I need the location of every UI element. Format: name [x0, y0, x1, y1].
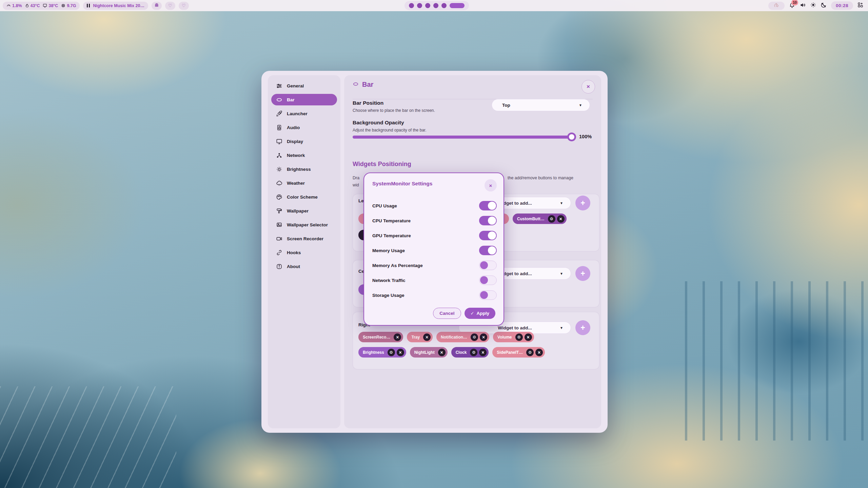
brightness-button[interactable] [810, 2, 816, 9]
dialog-close-button[interactable]: × [485, 179, 497, 191]
toggle-row: GPU Temperature [364, 228, 504, 243]
sidebar-item-label: Display [287, 139, 303, 144]
cancel-button[interactable]: Cancel [433, 308, 461, 319]
center-add-widget-button[interactable]: + [575, 266, 590, 281]
screen-recorder-icon [276, 236, 282, 242]
sidebar-item-launcher[interactable]: Launcher [271, 108, 337, 119]
check-icon: ✓ [471, 311, 474, 316]
sidebar-item-weather[interactable]: Weather [271, 177, 337, 189]
memory-usage-toggle[interactable] [479, 246, 497, 255]
widget-chip-label: Tray [411, 335, 421, 340]
notifications-button[interactable]: 10 [789, 2, 795, 9]
volume-button[interactable] [800, 2, 806, 9]
workspace-dot[interactable] [433, 3, 438, 8]
toggle-row: Storage Usage [364, 288, 504, 303]
bar-position-dropdown[interactable]: Top ▼ [492, 99, 590, 111]
workspace-dot[interactable] [417, 3, 422, 8]
dialog-title: SystemMonitor Settings [372, 181, 432, 187]
toggle-label: Storage Usage [372, 293, 405, 298]
tray-app-button[interactable] [768, 2, 785, 10]
sidebar-item-network[interactable]: Network [271, 149, 337, 161]
widget-chip[interactable]: NightLight × [410, 347, 448, 358]
widget-chip[interactable]: Tray × [407, 332, 433, 342]
add-widget-placeholder: Widget to add... [498, 325, 532, 330]
toggle-label: GPU Temperature [372, 233, 411, 238]
flame-icon [25, 3, 29, 8]
like-button[interactable]: ♡ [179, 2, 189, 10]
toggle-row: Memory Usage [364, 243, 504, 258]
workspace-dot[interactable] [425, 3, 430, 8]
widget-remove-icon[interactable]: × [535, 349, 543, 356]
wallpaper-railing [685, 281, 868, 441]
sidebar-item-about[interactable]: About [271, 261, 337, 272]
background-opacity-label: Background Opacity [353, 120, 404, 126]
sidebar-item-color-scheme[interactable]: Color Scheme [271, 191, 337, 203]
widget-remove-icon[interactable]: × [480, 333, 487, 341]
sidebar-item-label: Bar [287, 97, 295, 102]
network-traffic-toggle[interactable] [479, 276, 497, 285]
tray-app-icon [773, 2, 780, 9]
widget-chip[interactable]: SidePanelT… ⚙ × [492, 347, 545, 358]
favorite-button[interactable]: ♡ [165, 2, 175, 10]
widget-remove-icon[interactable]: × [479, 349, 487, 356]
widget-chip[interactable]: ScreenReco… × [358, 332, 403, 342]
widget-remove-icon[interactable]: × [423, 333, 431, 341]
widget-chip[interactable]: Clock ⚙ × [451, 347, 489, 358]
widget-chip-label: NightLight [414, 350, 436, 355]
widget-chip[interactable]: Volume ⚙ × [493, 332, 534, 342]
night-light-button[interactable] [821, 2, 827, 9]
widget-settings-icon[interactable]: ⚙ [526, 349, 534, 356]
general-icon [276, 83, 282, 89]
sidebar-item-general[interactable]: General [271, 80, 337, 92]
storage-usage-toggle[interactable] [479, 290, 497, 300]
slider-track[interactable] [353, 136, 571, 139]
widget-remove-icon[interactable]: × [525, 333, 532, 341]
chevron-down-icon: ▼ [579, 103, 582, 107]
widget-settings-icon[interactable]: ⚙ [471, 333, 478, 341]
widget-remove-icon[interactable]: × [557, 215, 565, 223]
media-player-pill[interactable]: Nightcore Music Mix 20… [83, 2, 148, 10]
sidebar-item-bar[interactable]: Bar [271, 94, 337, 105]
widget-settings-icon[interactable]: ⚙ [548, 215, 555, 223]
launcher-icon [276, 110, 282, 117]
cpu-temperature-toggle[interactable] [479, 216, 497, 225]
ghost-button[interactable] [152, 2, 162, 10]
left-add-widget-button[interactable]: + [575, 196, 590, 210]
dashboard-button[interactable] [857, 2, 863, 9]
cpu-usage-toggle[interactable] [479, 201, 497, 210]
workspace-active-indicator[interactable] [450, 3, 465, 8]
chevron-down-icon: ▼ [560, 201, 563, 205]
hooks-icon [276, 249, 282, 256]
workspace-dot[interactable] [441, 3, 447, 8]
widget-settings-icon[interactable]: ⚙ [515, 333, 523, 341]
apply-button[interactable]: ✓ Apply [465, 308, 495, 319]
sidebar-item-label: About [287, 264, 300, 269]
workspace-dot[interactable] [409, 3, 414, 8]
widget-remove-icon[interactable]: × [397, 349, 404, 356]
media-title: Nightcore Music Mix 20… [93, 3, 144, 8]
clock-button[interactable]: 00:28 [831, 1, 853, 10]
widget-chip[interactable]: CustomButt… ⚙ × [513, 214, 567, 224]
sidebar-item-screen-recorder[interactable]: Screen Recorder [271, 233, 337, 244]
window-close-button[interactable]: × [581, 80, 595, 94]
sidebar-item-wallpaper-selector[interactable]: Wallpaper Selector [271, 219, 337, 230]
widget-remove-icon[interactable]: × [438, 349, 446, 356]
widget-chip[interactable]: Brightness ⚙ × [358, 347, 406, 358]
sidebar-item-hooks[interactable]: Hooks [271, 247, 337, 258]
sidebar-item-wallpaper[interactable]: Wallpaper [271, 205, 337, 217]
widget-settings-icon[interactable]: ⚙ [470, 349, 477, 356]
sidebar-item-display[interactable]: Display [271, 136, 337, 147]
background-opacity-slider[interactable]: 100% [353, 132, 597, 142]
widget-settings-icon[interactable]: ⚙ [388, 349, 395, 356]
sidebar-item-audio[interactable]: Audio [271, 122, 337, 133]
widget-chip[interactable]: Notification… ⚙ × [436, 332, 489, 342]
widget-remove-icon[interactable]: × [394, 333, 401, 341]
gpu-temperature-toggle[interactable] [479, 231, 497, 240]
gpu-temp-stat: 38°C [43, 3, 58, 8]
slider-knob[interactable] [567, 133, 576, 141]
toggle-row: CPU Usage [364, 198, 504, 213]
sidebar-item-brightness[interactable]: Brightness [271, 163, 337, 175]
system-stats-pill[interactable]: 1.8% 43°C 38°C 9.7G [3, 2, 80, 10]
widget-chip-label: ScreenReco… [363, 335, 392, 340]
memory-as-percentage-toggle[interactable] [479, 261, 497, 270]
